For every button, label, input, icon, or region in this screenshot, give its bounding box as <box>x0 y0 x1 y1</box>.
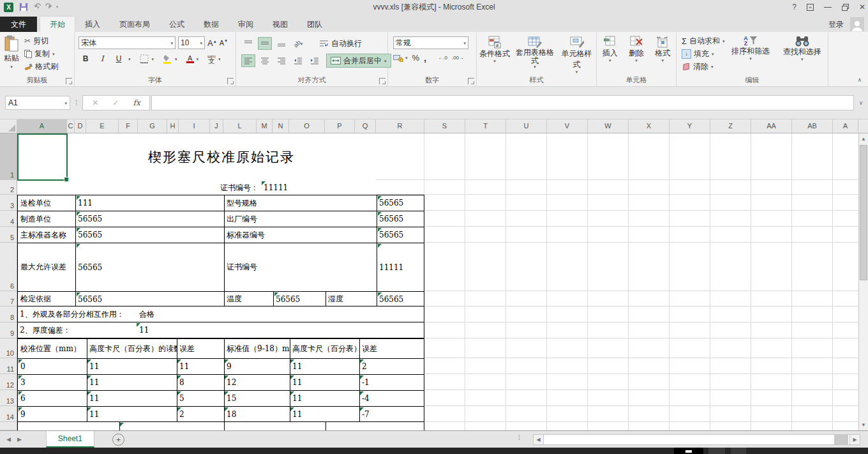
clear-button[interactable]: 清除▾ <box>682 61 725 72</box>
cell[interactable]: -7 <box>360 407 425 422</box>
row-header-2[interactable]: 2 <box>0 180 17 195</box>
expand-formula-bar-icon[interactable]: ∨ <box>854 100 868 106</box>
fill-button[interactable]: ↓ 填充▾ <box>682 48 725 59</box>
horizontal-scroll-thumb[interactable] <box>834 435 848 444</box>
tab-home[interactable]: 开始 <box>40 16 75 32</box>
scroll-up-icon[interactable]: ▲ <box>859 133 868 144</box>
alignment-dialog-launcher-icon[interactable] <box>379 78 385 84</box>
collapse-ribbon-icon[interactable]: ∧ <box>857 77 862 83</box>
orientation-icon[interactable]: ab▾ <box>291 37 305 50</box>
cell[interactable]: -4 <box>360 391 425 406</box>
column-header-Q[interactable]: Q <box>355 119 376 133</box>
delete-cells-button[interactable]: 删除 ▾ <box>626 35 647 76</box>
column-header-C[interactable]: C <box>67 119 75 133</box>
font-dialog-launcher-icon[interactable] <box>227 78 234 84</box>
column-header-L[interactable]: L <box>223 119 257 133</box>
cell[interactable]: 8 <box>177 375 224 390</box>
insert-cells-button[interactable]: 插入 ▾ <box>600 35 620 76</box>
row-header-14[interactable]: 14 <box>0 406 17 422</box>
number-dialog-launcher-icon[interactable] <box>468 78 474 84</box>
comma-style-icon[interactable]: , <box>424 52 426 63</box>
find-select-button[interactable]: 查找和选择 ▾ <box>776 34 828 75</box>
column-header-G[interactable]: G <box>138 119 167 133</box>
copy-button[interactable]: 复制▾ <box>24 48 58 59</box>
row-header-13[interactable]: 13 <box>0 390 17 406</box>
format-painter-button[interactable]: 格式刷 <box>24 61 58 72</box>
cell[interactable]: 9 <box>225 359 290 374</box>
cell[interactable]: 56565 <box>377 195 424 211</box>
row-header-10[interactable]: 10 <box>0 338 17 358</box>
cell[interactable]: 制造单位 <box>19 211 75 227</box>
new-sheet-icon[interactable]: ＋ <box>112 434 124 446</box>
conditional-formatting-button[interactable]: ≠ 条件格式 ▾ <box>477 35 513 76</box>
wrap-text-button[interactable]: 自动换行 <box>315 36 366 50</box>
column-header-H[interactable]: H <box>167 119 179 133</box>
align-middle-icon[interactable] <box>258 37 272 50</box>
cell[interactable]: 出厂编号 <box>225 211 377 227</box>
column-header-P[interactable]: P <box>325 119 355 133</box>
name-box[interactable]: A1▾ <box>5 96 70 110</box>
format-as-table-button[interactable]: 套用表格格式 ▾ <box>513 35 557 76</box>
column-header-M[interactable]: M <box>257 119 273 133</box>
row-header-8[interactable]: 8 <box>0 306 17 322</box>
row-header-4[interactable]: 4 <box>0 211 17 227</box>
column-header-A[interactable]: A <box>833 119 858 133</box>
column-header-Z[interactable]: Z <box>710 119 751 133</box>
insert-function-icon[interactable]: fx <box>133 98 140 107</box>
sheet-tab-sheet1[interactable]: Sheet1 <box>46 431 94 448</box>
ribbon-display-options-icon[interactable] <box>807 4 814 11</box>
cell[interactable]: 3 <box>19 375 87 390</box>
cell-styles-button[interactable]: 单元格样式 ▾ <box>557 35 596 76</box>
sort-filter-button[interactable]: AZ 排序和筛选 ▾ <box>725 34 777 75</box>
tab-view[interactable]: 视图 <box>263 17 297 32</box>
column-header-O[interactable]: O <box>289 119 325 133</box>
selected-cell-A1[interactable] <box>17 133 68 181</box>
cell[interactable]: 0 <box>19 359 87 374</box>
cell[interactable]: -1 <box>360 375 425 390</box>
check-value[interactable]: 11 <box>139 322 149 338</box>
cell[interactable]: 11111 <box>377 243 424 291</box>
tab-insert[interactable]: 插入 <box>75 17 110 32</box>
tab-page-layout[interactable]: 页面布局 <box>110 17 160 32</box>
tab-file[interactable]: 文件 <box>0 17 37 32</box>
cell[interactable]: 11 <box>290 407 359 422</box>
column-header-F[interactable]: F <box>119 119 138 133</box>
merge-center-button[interactable]: 合并后居中▾ <box>326 54 391 68</box>
help-icon[interactable]: ? <box>792 3 797 11</box>
scroll-down-icon[interactable]: ▼ <box>859 420 868 430</box>
cell[interactable]: 检定依据 <box>19 292 75 306</box>
cell[interactable]: 56565 <box>76 227 224 243</box>
cell[interactable]: 证书编号 <box>225 243 377 291</box>
next-sheet-icon[interactable]: ▶ <box>17 436 28 443</box>
cell[interactable]: 56565 <box>377 211 424 227</box>
cell[interactable]: 9 <box>19 407 87 422</box>
cell[interactable]: 11 <box>87 359 177 374</box>
format-cells-button[interactable]: 格式 ▾ <box>652 35 673 76</box>
cells-area[interactable]: 楔形塞尺校准原始记录证书编号：11111送检单位111型号规格56565制造单位… <box>17 133 858 430</box>
shrink-font-button[interactable]: A▼ <box>220 39 228 47</box>
cell[interactable]: 最大允许误差 <box>19 243 75 291</box>
minimize-icon[interactable]: — <box>824 3 832 11</box>
cell[interactable]: 主标准器名称 <box>19 227 75 243</box>
number-format-select[interactable]: 常规▾ <box>393 36 468 49</box>
formula-bar-splitter[interactable]: ⁞ <box>75 98 77 107</box>
underline-button[interactable]: U <box>112 52 126 65</box>
vertical-scrollbar[interactable]: ▲ ▼ <box>858 133 868 430</box>
cell[interactable]: 送检单位 <box>19 195 75 211</box>
enter-icon[interactable]: ✓ <box>112 98 119 107</box>
cell[interactable]: 56565 <box>76 211 224 227</box>
column-header-AB[interactable]: AB <box>792 119 833 133</box>
horizontal-scroll-track[interactable] <box>544 434 849 445</box>
cell[interactable]: 2 <box>360 359 425 374</box>
cell[interactable]: 11 <box>290 359 359 374</box>
cell[interactable]: 12 <box>225 375 290 390</box>
row-header-1[interactable]: 1 <box>0 133 17 180</box>
cell[interactable]: 56565 <box>377 227 424 243</box>
cell[interactable]: 温度 <box>225 292 273 306</box>
select-all-corner[interactable] <box>0 119 17 133</box>
cell[interactable]: 型号规格 <box>225 195 377 211</box>
font-family-select[interactable]: 宋体▾ <box>79 36 176 49</box>
borders-icon[interactable] <box>140 54 149 64</box>
row-header-11[interactable]: 11 <box>0 358 17 374</box>
row-header-3[interactable]: 3 <box>0 195 17 211</box>
